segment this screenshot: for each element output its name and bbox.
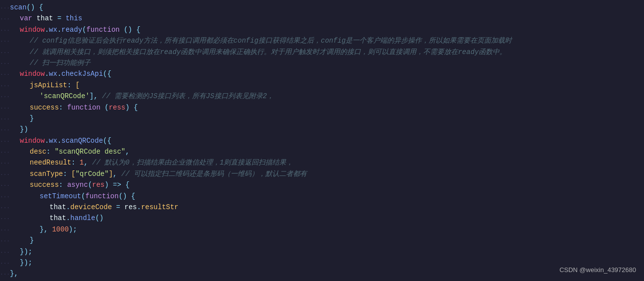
code-line: ··· }, [0,268,644,279]
code-line: ··· desc: "scanQRCode desc", [0,146,644,157]
code-line: ··· success: function (ress) { [0,102,644,113]
code-line: ··· setTimeout(function() { [0,191,644,202]
code-editor: ··· scan() { ··· var that = this ··· win… [0,0,644,281]
code-line: ··· } [0,235,644,246]
code-line: ··· success: async(res) => { [0,179,644,190]
code-line: ··· }) [0,124,644,135]
code-line: ··· // 扫一扫功能例子 [0,57,644,68]
code-line: ··· }); [0,257,644,268]
code-line: ··· scan() { [0,2,644,13]
code-line: ··· 'scanQRCode'], // 需要检测的JS接口列表，所有JS接口… [0,91,644,102]
code-line: ··· }, 1000); [0,224,644,235]
watermark: CSDN @weixin_43972680 [559,265,636,276]
code-line: ··· that.deviceCode = res.resultStr [0,202,644,213]
code-line: ··· that.handle() [0,213,644,224]
code-line: ··· window.wx.scanQRCode({ [0,135,644,146]
code-line: ··· jsApiList: [ [0,80,644,91]
code-line: ··· } [0,113,644,124]
code-line: ··· window.wx.checkJsApi({ [0,68,644,79]
code-line: ··· var that = this [0,13,644,24]
code-line: ··· needResult: 1, // 默认为0，扫描结果由企业微信处理，1… [0,157,644,168]
code-line: ··· // config信息验证后会执行ready方法，所有接口调用都必须在c… [0,35,644,46]
code-line: ··· }); [0,246,644,257]
code-line: ··· scanType: ["qrCode"], // 可以指定扫二维码还是条… [0,169,644,179]
code-line: ··· window.wx.ready(function () { [0,24,644,35]
code-line: ··· // 就调用相关接口，则须把相关接口放在ready函数中调用来确保正确执… [0,47,644,57]
